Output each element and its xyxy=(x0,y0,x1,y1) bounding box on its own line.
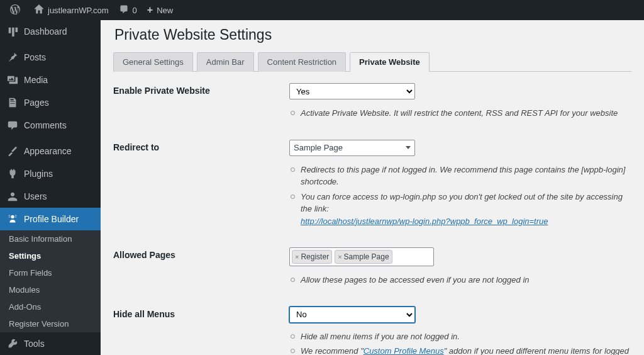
comments-link[interactable]: 0 xyxy=(114,0,142,20)
menu-users[interactable]: Users xyxy=(0,185,101,208)
hide-menus-help-1: Hide all menu items if you are not logge… xyxy=(291,329,631,344)
users-icon xyxy=(6,190,19,203)
token-sample-page[interactable]: × Sample Page xyxy=(335,250,392,264)
admin-bar: justlearnWP.com 0 + New xyxy=(0,0,644,20)
redirect-help-1: Redirects to this page if not logged in.… xyxy=(291,162,631,189)
profile-builder-icon xyxy=(6,213,19,225)
page-title: Private Website Settings xyxy=(114,26,631,43)
submenu-register-version[interactable]: Register Version xyxy=(0,315,101,332)
tab-general-settings[interactable]: General Settings xyxy=(113,52,193,72)
tab-admin-bar[interactable]: Admin Bar xyxy=(197,52,254,72)
enable-private-website-label: Enable Private Website xyxy=(113,83,289,96)
menu-plugins[interactable]: Plugins xyxy=(0,162,101,185)
redirect-to-label: Redirect to xyxy=(113,140,289,152)
admin-sidemenu: Dashboard Posts Media Pages Comments App… xyxy=(0,20,101,355)
allowed-pages-label: Allowed Pages xyxy=(113,247,289,260)
enable-help-text: Activate Private Website. It will restri… xyxy=(291,106,631,121)
menu-dashboard[interactable]: Dashboard xyxy=(0,20,101,43)
tools-icon xyxy=(6,337,19,350)
menu-pages[interactable]: Pages xyxy=(0,91,101,114)
tab-private-website[interactable]: Private Website xyxy=(350,52,430,72)
submenu-form-fields[interactable]: Form Fields xyxy=(0,264,101,281)
appearance-icon xyxy=(6,145,19,157)
allowed-help-text: Allow these pages to be accessed even if… xyxy=(291,273,631,288)
menu-appearance[interactable]: Appearance xyxy=(0,140,101,162)
wordpress-logo[interactable] xyxy=(5,0,29,20)
submenu-addons[interactable]: Add-Ons xyxy=(0,298,101,315)
hide-menus-help-2: We recommend "Custom Profile Menus" addo… xyxy=(291,344,631,355)
allowed-pages-input[interactable]: × Register × Sample Page xyxy=(289,247,434,266)
plus-icon: + xyxy=(147,5,153,15)
submenu-settings[interactable]: Settings xyxy=(0,247,101,264)
chevron-down-icon xyxy=(406,146,411,149)
settings-tabs: General Settings Admin Bar Content Restr… xyxy=(113,52,631,72)
home-icon xyxy=(34,4,44,16)
comments-icon xyxy=(6,119,19,132)
media-icon xyxy=(6,74,19,86)
pin-icon xyxy=(6,51,19,64)
plugins-icon xyxy=(6,167,19,180)
token-register[interactable]: × Register xyxy=(292,250,332,264)
profile-builder-submenu: Basic Information Settings Form Fields M… xyxy=(0,230,101,332)
enable-private-website-select[interactable]: Yes xyxy=(289,83,415,99)
menu-media[interactable]: Media xyxy=(0,69,101,91)
site-name-link[interactable]: justlearnWP.com xyxy=(29,0,114,20)
custom-profile-menus-link[interactable]: Custom Profile Menus xyxy=(364,346,444,355)
hide-menus-select[interactable]: No xyxy=(289,307,415,323)
hide-menus-label: Hide all Menus xyxy=(113,307,289,319)
menu-profile-builder[interactable]: Profile Builder xyxy=(0,208,101,230)
submenu-modules[interactable]: Modules xyxy=(0,281,101,298)
menu-posts[interactable]: Posts xyxy=(0,46,101,69)
site-name: justlearnWP.com xyxy=(48,6,109,15)
redirect-to-select[interactable]: Sample Page xyxy=(289,140,415,156)
wordpress-icon xyxy=(10,4,20,16)
menu-comments[interactable]: Comments xyxy=(0,114,101,137)
submenu-basic-information[interactable]: Basic Information xyxy=(0,230,101,247)
redirect-help-2: You can force access to wp-login.php so … xyxy=(291,189,631,229)
remove-icon[interactable]: × xyxy=(295,253,299,261)
tab-content-restriction[interactable]: Content Restriction xyxy=(258,52,347,72)
dashboard-icon xyxy=(6,25,19,38)
menu-tools[interactable]: Tools xyxy=(0,332,101,355)
pages-icon xyxy=(6,96,19,109)
force-login-link[interactable]: http://localhost/justlearnwp/wp-login.ph… xyxy=(301,217,548,226)
comments-count: 0 xyxy=(133,6,137,15)
remove-icon[interactable]: × xyxy=(338,253,341,261)
new-label: New xyxy=(157,6,173,15)
new-content-link[interactable]: + New xyxy=(142,0,178,20)
main-content: Private Website Settings General Setting… xyxy=(101,20,644,355)
comment-icon xyxy=(119,4,129,16)
